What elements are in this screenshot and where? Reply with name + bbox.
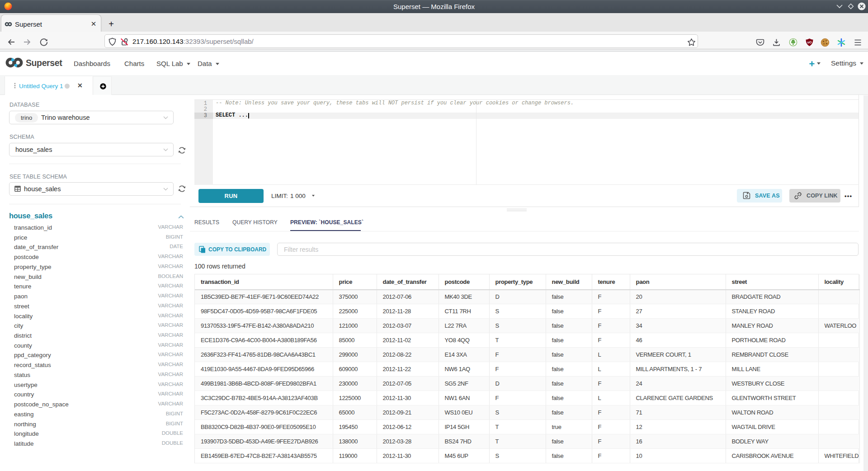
svg-text:uO: uO (807, 41, 812, 44)
